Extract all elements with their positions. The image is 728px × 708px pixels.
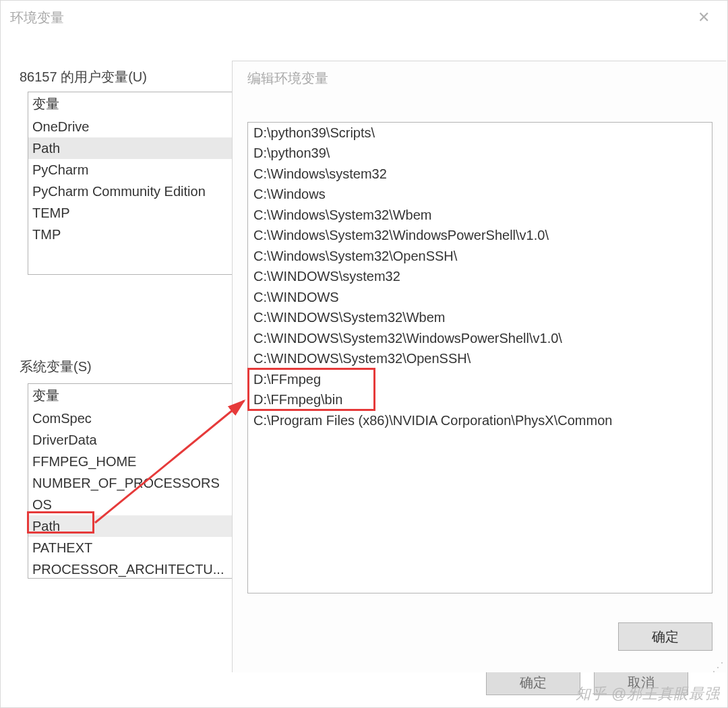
edit-env-var-dialog: 编辑环境变量 D:\python39\Scripts\D:\python39\C… (232, 61, 726, 672)
main-dialog-title: 环境变量 (10, 9, 64, 27)
ok-button[interactable]: 确定 (618, 622, 712, 651)
list-item[interactable]: C:\Windows\System32\Wbem (248, 205, 712, 226)
resize-grip-icon[interactable]: ⋰ (712, 664, 724, 670)
list-item[interactable]: C:\Windows\system32 (248, 164, 712, 185)
list-item[interactable]: D:\FFmpeg (248, 369, 712, 390)
list-item[interactable]: C:\Windows (248, 185, 712, 205)
list-item[interactable]: C:\WINDOWS\system32 (248, 267, 712, 288)
close-icon[interactable]: ✕ (690, 6, 718, 29)
list-item[interactable]: C:\Windows\System32\WindowsPowerShell\v1… (248, 226, 712, 247)
background-ok-button[interactable]: 确定 (486, 670, 580, 695)
user-vars-label: 86157 的用户变量(U) (20, 68, 147, 86)
list-item[interactable]: D:\python39\ (248, 143, 712, 164)
list-item[interactable]: D:\python39\Scripts\ (248, 123, 712, 143)
list-item[interactable]: C:\WINDOWS\System32\Wbem (248, 308, 712, 329)
list-item[interactable]: C:\WINDOWS\System32\OpenSSH\ (248, 349, 712, 370)
list-item[interactable]: C:\Program Files (x86)\NVIDIA Corporatio… (248, 410, 712, 431)
watermark-text: 知乎 @邪王真眼最强 (576, 684, 720, 704)
list-item[interactable]: D:\FFmpeg\bin (248, 390, 712, 411)
main-title-bar[interactable]: 环境变量 ✕ (1, 1, 727, 34)
edit-dialog-title: 编辑环境变量 (247, 71, 328, 86)
path-values-listbox[interactable]: D:\python39\Scripts\D:\python39\C:\Windo… (247, 122, 712, 593)
list-item[interactable]: C:\WINDOWS\System32\WindowsPowerShell\v1… (248, 328, 712, 349)
list-item[interactable]: C:\Windows\System32\OpenSSH\ (248, 246, 712, 267)
edit-dialog-title-bar[interactable]: 编辑环境变量 (233, 61, 726, 95)
system-vars-label: 系统变量(S) (20, 358, 92, 376)
list-item[interactable]: C:\WINDOWS (248, 287, 712, 308)
